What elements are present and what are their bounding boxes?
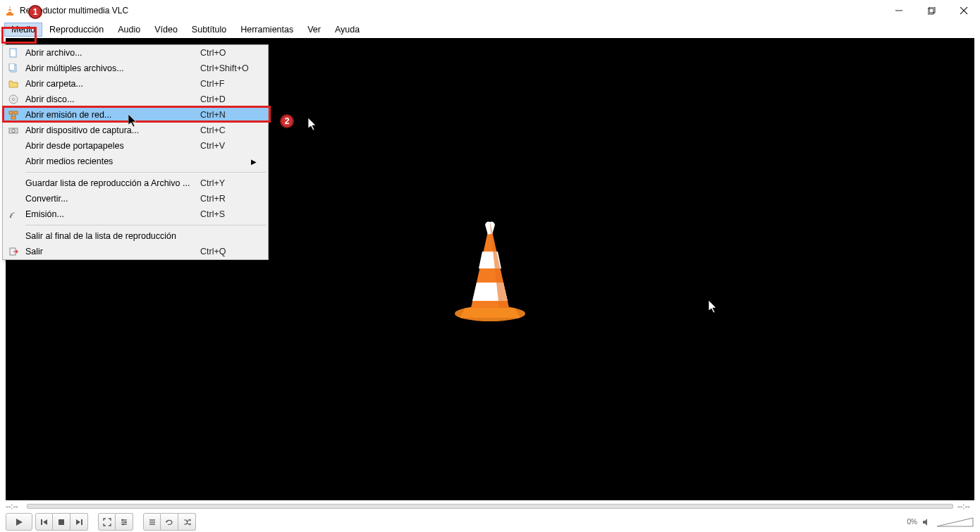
svg-point-31: [123, 523, 125, 525]
menu-item-abrir-archivo[interactable]: Abrir archivo... Ctrl+O: [3, 45, 268, 61]
menu-herramientas[interactable]: Herramientas: [233, 23, 300, 37]
seek-slider[interactable]: [27, 504, 953, 509]
menu-separator: [25, 225, 267, 225]
submenu-arrow-icon: ▶: [251, 158, 268, 166]
close-button[interactable]: [948, 0, 980, 21]
menu-reproduccion[interactable]: Reproducción: [42, 23, 111, 37]
seek-row: --:-- --:--: [0, 500, 980, 512]
next-button[interactable]: [71, 513, 88, 531]
stream-icon: [3, 209, 24, 219]
total-time: --:--: [957, 502, 974, 510]
stop-button[interactable]: [53, 513, 71, 531]
capture-icon: [3, 125, 24, 135]
network-icon: [3, 110, 24, 120]
maximize-button[interactable]: [915, 0, 948, 21]
player-controls-bar: --:-- --:-- 0%: [0, 500, 980, 532]
svg-point-21: [10, 216, 12, 218]
menu-separator: [25, 172, 267, 173]
shuffle-button[interactable]: [178, 513, 196, 531]
svg-rect-24: [59, 519, 64, 525]
playlist-button[interactable]: [143, 513, 161, 531]
menu-medio[interactable]: Medio: [4, 23, 42, 37]
play-button[interactable]: [6, 513, 32, 531]
svg-rect-2: [8, 11, 11, 12]
menu-item-emision[interactable]: Emisión... Ctrl+S: [3, 206, 268, 222]
volume-area: 0%: [907, 515, 974, 529]
speaker-icon[interactable]: [921, 517, 931, 527]
annotation-marker-2: 2: [280, 114, 294, 128]
menu-item-salir[interactable]: Salir Ctrl+Q: [3, 244, 268, 259]
annotation-marker-1: 1: [28, 5, 42, 19]
window-controls: [883, 0, 980, 21]
menu-video[interactable]: Vídeo: [147, 23, 185, 37]
svg-rect-4: [928, 8, 933, 14]
menu-item-abrir-multiples[interactable]: Abrir múltiples archivos... Ctrl+Shift+O: [3, 61, 268, 76]
elapsed-time: --:--: [6, 502, 23, 510]
menu-bar: Medio Reproducción Audio Vídeo Subtítulo…: [0, 21, 980, 38]
svg-point-20: [12, 129, 15, 132]
minimize-button[interactable]: [883, 0, 915, 21]
menu-item-convertir[interactable]: Convertir... Ctrl+R: [3, 191, 268, 206]
loop-button[interactable]: [161, 513, 178, 531]
control-buttons-row: 0%: [0, 512, 980, 532]
menu-item-abrir-captura[interactable]: Abrir dispositivo de captura... Ctrl+C: [3, 123, 268, 138]
disc-icon: [3, 94, 24, 104]
vlc-cone-large-icon: [444, 216, 536, 322]
menu-ayuda[interactable]: Ayuda: [328, 23, 367, 37]
volume-slider[interactable]: [936, 515, 974, 529]
svg-rect-23: [41, 519, 42, 525]
medio-dropdown-menu: Abrir archivo... Ctrl+O Abrir múltiples …: [2, 44, 269, 260]
menu-item-abrir-disco[interactable]: Abrir disco... Ctrl+D: [3, 92, 268, 107]
volume-percent: 0%: [907, 518, 917, 526]
svg-rect-0: [6, 13, 13, 16]
svg-point-29: [122, 519, 124, 521]
window-title: Reproductor multimedia VLC: [20, 6, 883, 16]
menu-subtitulo[interactable]: Subtítulo: [185, 23, 233, 37]
svg-rect-11: [9, 63, 15, 70]
svg-rect-1: [8, 8, 11, 9]
vlc-cone-icon: [4, 5, 16, 16]
file-icon: [3, 48, 24, 58]
fullscreen-button[interactable]: [98, 513, 116, 531]
extended-settings-button[interactable]: [116, 513, 133, 531]
svg-rect-14: [9, 111, 13, 114]
menu-item-salir-final-lista[interactable]: Salir al final de la lista de reproducci…: [3, 228, 268, 244]
svg-rect-15: [14, 111, 18, 114]
folder-icon: [3, 79, 24, 89]
svg-point-30: [125, 521, 127, 523]
files-icon: [3, 63, 24, 73]
menu-item-abrir-carpeta[interactable]: Abrir carpeta... Ctrl+F: [3, 76, 268, 92]
menu-item-medios-recientes[interactable]: Abrir medios recientes ▶: [3, 154, 268, 169]
menu-item-guardar-lista[interactable]: Guardar lista de reproducción a Archivo …: [3, 175, 268, 191]
menu-ver[interactable]: Ver: [300, 23, 328, 37]
quit-icon: [3, 247, 24, 256]
previous-button[interactable]: [35, 513, 53, 531]
title-bar: Reproductor multimedia VLC: [0, 0, 980, 21]
menu-item-abrir-portapapeles[interactable]: Abrir desde portapapeles Ctrl+V: [3, 138, 268, 154]
svg-point-13: [12, 98, 14, 100]
menu-audio[interactable]: Audio: [111, 23, 147, 37]
menu-item-abrir-emision-red[interactable]: Abrir emisión de red... Ctrl+N: [3, 107, 268, 123]
svg-rect-25: [81, 519, 82, 525]
svg-rect-16: [11, 116, 16, 119]
svg-rect-5: [929, 7, 935, 13]
